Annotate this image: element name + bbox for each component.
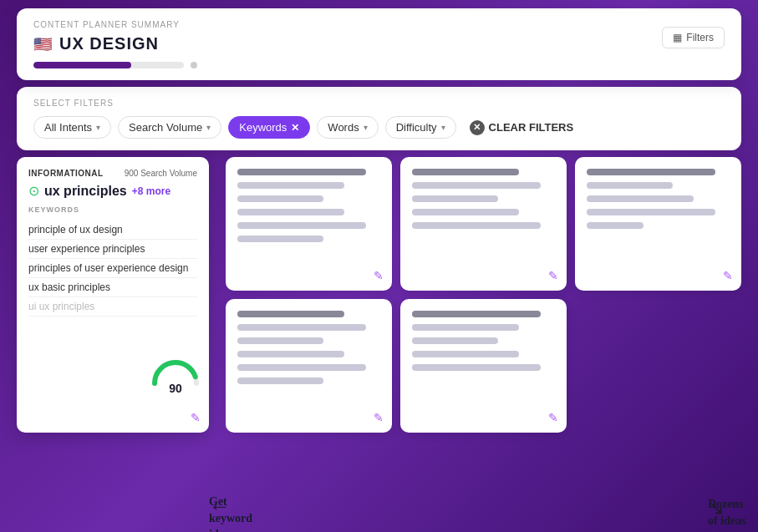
progress-bar-track xyxy=(33,62,184,68)
kw-list-item-faded: ui ux principles xyxy=(28,297,197,317)
score-container: 90 xyxy=(150,358,201,395)
kw-more[interactable]: +8 more xyxy=(132,185,170,197)
kw-edit-icon[interactable]: ✎ xyxy=(191,411,201,424)
card-edit-icon[interactable]: ✎ xyxy=(548,411,558,424)
kw-volume: 900 Search Volume xyxy=(125,169,197,178)
clear-x-icon: ✕ xyxy=(470,120,485,135)
content-area: INFORMATIONAL 900 Search Volume ⊙ ux pri… xyxy=(17,157,741,433)
kw-list-item: ux basic principles xyxy=(28,278,197,297)
card-edit-icon[interactable]: ✎ xyxy=(548,269,558,282)
chevron-icon: ▾ xyxy=(96,123,100,132)
keyword-panel: INFORMATIONAL 900 Search Volume ⊙ ux pri… xyxy=(17,157,209,433)
filters-icon: ▦ xyxy=(673,32,682,43)
top-card: CONTENT PLANNER SUMMARY 🇺🇸 UX DESIGN ▦ F… xyxy=(17,8,741,80)
close-icon[interactable]: ✕ xyxy=(291,122,299,134)
content-card-3: ✎ xyxy=(575,157,741,291)
content-card-5: ✎ xyxy=(400,299,567,433)
content-card-4: ✎ xyxy=(226,299,392,433)
kw-section-label: KEYWORDS xyxy=(28,205,197,214)
clear-filters-button[interactable]: ✕ CLEAR FILTERS xyxy=(470,120,574,135)
filters-button[interactable]: ▦ Filters xyxy=(662,27,725,48)
filter-bar-card: SELECT FILTERS All Intents ▾ Search Volu… xyxy=(17,87,741,150)
annotation-bottom-left: Get keyword ideas for each topic xyxy=(209,494,252,532)
chevron-icon: ▾ xyxy=(364,123,368,132)
filter-bar-label: SELECT FILTERS xyxy=(33,99,725,108)
kw-list-item: user experience principles xyxy=(28,240,197,259)
progress-bar-fill xyxy=(33,62,131,68)
content-card-2: ✎ xyxy=(400,157,567,291)
cards-grid: ✎ ✎ ✎ xyxy=(226,157,741,433)
progress-dot xyxy=(191,62,197,68)
score-number: 90 xyxy=(169,382,182,395)
check-circle-icon: ⊙ xyxy=(28,183,39,199)
content-card-1: ✎ xyxy=(226,157,392,291)
filter-all-intents[interactable]: All Intents ▾ xyxy=(33,116,111,139)
card-edit-icon[interactable]: ✎ xyxy=(723,269,733,282)
filter-search-volume[interactable]: Search Volume ▾ xyxy=(118,116,221,139)
kw-title: ux principles xyxy=(44,184,127,199)
card-edit-icon[interactable]: ✎ xyxy=(374,411,384,424)
annotation-bottom-right: Dozens of ideas that will help you domin… xyxy=(708,496,755,532)
kw-list-item: principle of ux design xyxy=(28,220,197,240)
filter-chips-container: All Intents ▾ Search Volume ▾ Keywords ✕… xyxy=(33,116,725,139)
top-card-label: CONTENT PLANNER SUMMARY xyxy=(33,20,725,29)
card-edit-icon[interactable]: ✎ xyxy=(374,269,384,282)
chevron-icon: ▾ xyxy=(441,123,445,132)
filter-keywords[interactable]: Keywords ✕ xyxy=(228,116,310,139)
filter-words[interactable]: Words ▾ xyxy=(317,116,378,139)
top-card-title: 🇺🇸 UX DESIGN xyxy=(33,34,725,53)
flag-icon: 🇺🇸 xyxy=(33,35,53,53)
kw-badge: INFORMATIONAL xyxy=(28,169,104,178)
filter-difficulty[interactable]: Difficulty ▾ xyxy=(385,116,456,139)
kw-list-item: principles of user experience design xyxy=(28,259,197,278)
chevron-icon: ▾ xyxy=(206,123,211,132)
